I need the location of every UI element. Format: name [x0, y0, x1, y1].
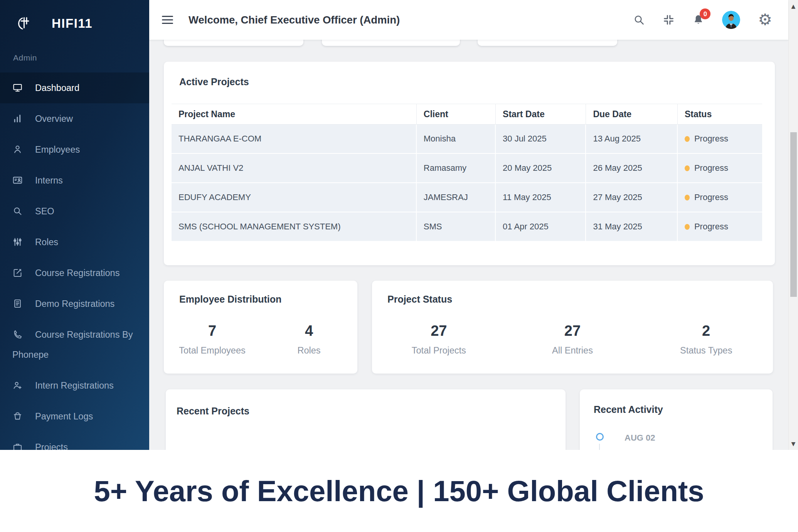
hamburger-menu-icon[interactable] — [162, 13, 173, 26]
logo[interactable]: HIFI11 — [0, 0, 149, 32]
project-status-stats: 27 Total Projects 27 All Entries 2 Statu… — [372, 323, 773, 356]
avatar[interactable] — [722, 11, 740, 29]
sidebar-section-label: Admin — [13, 53, 149, 62]
scroll-down-icon[interactable]: ▼ — [789, 441, 798, 447]
table-row: ANJAL VATHI V2 Ramasamy 20 May 2025 26 M… — [172, 154, 762, 183]
hifi11-logo-icon — [17, 15, 33, 32]
sidebar-item-label: Roles — [35, 237, 58, 247]
due-date-cell: 13 Aug 2025 — [586, 125, 677, 154]
person-icon — [12, 144, 23, 155]
project-status-title: Project Status — [387, 294, 773, 305]
stat-label: All Entries — [506, 345, 640, 356]
sidebar-item-projects[interactable]: Projects — [0, 432, 149, 450]
person-plus-icon — [12, 380, 23, 391]
stat-value: 2 — [639, 323, 773, 339]
sidebar-item-label: Demo Registrations — [35, 299, 114, 309]
status-dot-icon — [685, 136, 690, 142]
recent-projects-title: Recent Projects — [177, 406, 566, 417]
table-row: EDUFY ACADEMY JAMESRAJ 11 May 2025 27 Ma… — [172, 183, 762, 212]
gear-icon[interactable]: ⚙ — [758, 12, 772, 28]
sidebar-item-seo[interactable]: SEO — [0, 196, 149, 227]
status-label: Progress — [694, 134, 728, 144]
basket-icon — [12, 411, 23, 421]
start-date-cell: 01 Apr 2025 — [496, 212, 586, 242]
sidebar-item-course-registrations[interactable]: Course Registrations — [0, 258, 149, 288]
due-date-cell: 31 May 2025 — [586, 212, 677, 242]
recent-activity-title: Recent Activity — [594, 404, 773, 415]
vertical-scrollbar[interactable]: ▲ ▼ — [788, 0, 798, 450]
timeline-line — [599, 444, 600, 450]
sidebar-item-intern-registrations[interactable]: Intern Registrations — [0, 370, 149, 401]
stat-label: Status Types — [639, 345, 773, 356]
stat-total-projects: 27 Total Projects — [372, 323, 506, 356]
main-area: Welcome, Chief Executive Officer (Admin)… — [149, 0, 788, 450]
sidebar-item-demo-registrations[interactable]: Demo Registrations — [0, 288, 149, 319]
table-header-row: Project Name Client Start Date Due Date … — [172, 104, 762, 125]
stat-value: 4 — [261, 323, 357, 339]
due-date-cell: 26 May 2025 — [586, 154, 677, 183]
column-header: Client — [417, 104, 496, 125]
magnifier-icon — [12, 206, 23, 216]
sidebar-item-overview[interactable]: Overview — [0, 103, 149, 134]
sidebar-item-label: Overview — [35, 114, 73, 124]
sidebar-item-label: Course Registrations — [35, 268, 120, 278]
search-icon[interactable] — [633, 14, 645, 26]
partial-card-1 — [164, 40, 303, 46]
phone-icon — [12, 329, 23, 340]
table-row: SMS (SCHOOL MANAGEMENT SYSTEM) SMS 01 Ap… — [172, 212, 762, 242]
logo-text: HIFI11 — [52, 16, 93, 31]
sidebar-item-interns[interactable]: Interns — [0, 165, 149, 196]
notifications-bell[interactable]: 0 — [692, 14, 704, 26]
column-header: Project Name — [172, 104, 417, 125]
stat-value: 7 — [164, 323, 261, 339]
project-name-cell: SMS (SCHOOL MANAGEMENT SYSTEM) — [172, 212, 417, 242]
stat-value: 27 — [372, 323, 506, 339]
sidebar-item-roles[interactable]: Roles — [0, 227, 149, 258]
compress-icon[interactable] — [663, 14, 675, 26]
status-label: Progress — [694, 192, 728, 202]
partial-card-2 — [322, 40, 460, 46]
notification-badge: 0 — [700, 8, 710, 19]
banner-text: 5+ Years of Excellence | 150+ Global Cli… — [94, 474, 704, 508]
sidebar: HIFI11 Admin Dashboard Overview Employee… — [0, 0, 149, 450]
project-name-cell: ANJAL VATHI V2 — [172, 154, 417, 183]
sidebar-item-label: Employees — [35, 145, 80, 155]
sidebar-item-label: Intern Registrations — [35, 380, 114, 391]
recent-activity-card: Recent Activity AUG 02 SRINATH D - Task … — [580, 389, 773, 450]
employee-distribution-card: Employee Distribution 7 Total Employees … — [164, 281, 357, 374]
column-header: Start Date — [496, 104, 586, 125]
top-header: Welcome, Chief Executive Officer (Admin)… — [149, 0, 788, 40]
page-title: Welcome, Chief Executive Officer (Admin) — [189, 14, 400, 26]
scroll-up-icon[interactable]: ▲ — [789, 3, 798, 9]
stat-roles: 4 Roles — [261, 323, 357, 356]
activity-date: AUG 02 — [625, 433, 773, 443]
sidebar-item-label: SEO — [35, 206, 54, 216]
status-dot-icon — [685, 195, 690, 200]
id-card-icon — [12, 175, 23, 185]
partial-card-3 — [478, 40, 617, 46]
stat-label: Roles — [261, 345, 357, 356]
active-projects-title: Active Projects — [172, 76, 762, 88]
employee-distribution-title: Employee Distribution — [179, 294, 357, 305]
header-actions: 0 ⚙ — [633, 11, 788, 29]
status-cell: Progress — [678, 125, 762, 154]
active-projects-table: Project Name Client Start Date Due Date … — [172, 104, 762, 242]
sidebar-item-course-registrations-phonepe[interactable]: Course Registrations By Phonepe — [0, 319, 149, 370]
status-cell: Progress — [678, 154, 762, 183]
status-dot-icon — [685, 224, 690, 230]
document-icon — [12, 298, 23, 309]
activity-entry: AUG 02 SRINATH D - Task assigned: — [594, 433, 773, 450]
project-status-card: Project Status 27 Total Projects 27 All … — [372, 281, 773, 374]
client-cell: Ramasamy — [417, 154, 496, 183]
column-header: Due Date — [586, 104, 677, 125]
sidebar-item-dashboard[interactable]: Dashboard — [0, 72, 149, 103]
sidebar-item-payment-logs[interactable]: Payment Logs — [0, 401, 149, 432]
client-cell: Monisha — [417, 125, 496, 154]
bottom-banner: 5+ Years of Excellence | 150+ Global Cli… — [0, 450, 798, 532]
sidebar-item-employees[interactable]: Employees — [0, 134, 149, 165]
bar-chart-icon — [12, 113, 23, 124]
scrollbar-thumb[interactable] — [790, 132, 797, 297]
status-label: Progress — [694, 163, 728, 173]
sidebar-item-label: Interns — [35, 175, 63, 185]
timeline-marker-icon — [596, 433, 604, 441]
